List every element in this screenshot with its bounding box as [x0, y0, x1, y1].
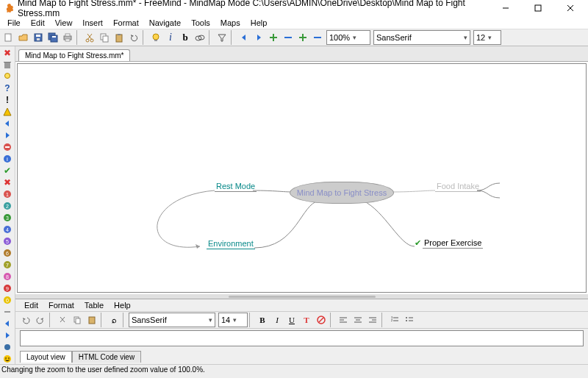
svg-point-63	[8, 357, 10, 359]
prio2-icon[interactable]: 2	[1, 201, 13, 211]
align-left-button[interactable]	[336, 313, 351, 327]
minimize-button[interactable]	[492, 1, 519, 15]
zoom-out-icon[interactable]	[310, 30, 325, 45]
node-environment[interactable]: Environment	[207, 239, 255, 248]
align-center-button[interactable]	[351, 313, 365, 327]
app-icon	[4, 3, 15, 13]
back-icon[interactable]	[1, 118, 13, 129]
star-icon[interactable]	[1, 342, 13, 352]
editor-paste-icon[interactable]	[85, 313, 99, 327]
right-blue-icon[interactable]	[1, 330, 13, 341]
prio9-icon[interactable]: 9	[1, 283, 13, 293]
ok-icon[interactable]: ✔	[1, 165, 13, 176]
menu-help[interactable]: Help	[246, 18, 272, 28]
list-bullet-button[interactable]	[402, 313, 417, 327]
menu-format[interactable]: Format	[109, 18, 143, 28]
help-icon[interactable]: ?	[1, 83, 13, 93]
print-icon[interactable]	[60, 30, 75, 45]
mindmap-canvas[interactable]: Mind Map to Fight Stress Rest Mode Envir…	[17, 63, 587, 293]
node-food-intake[interactable]: Food Intake	[435, 182, 481, 190]
menu-maps[interactable]: Maps	[216, 18, 245, 28]
tab-document[interactable]: Mind Map to Fight Stress.mm*	[18, 49, 130, 61]
prio7-icon[interactable]: 7	[1, 260, 13, 270]
smiley-icon[interactable]	[1, 354, 13, 364]
zoom-in-icon[interactable]	[295, 30, 310, 45]
menu-edit[interactable]: Edit	[26, 18, 49, 28]
menu-file[interactable]: File	[3, 18, 25, 28]
list-ordered-button[interactable]: 12	[387, 313, 402, 327]
svg-point-22	[153, 34, 159, 40]
prio3-icon[interactable]: 3	[1, 213, 13, 223]
remove-icon[interactable]: ✖	[1, 48, 13, 58]
prio5-icon[interactable]: 5	[1, 236, 13, 246]
prio4-icon[interactable]: 4	[1, 224, 13, 235]
cut-icon[interactable]	[82, 30, 97, 45]
prio1-icon[interactable]: 1	[1, 189, 13, 199]
nav-right-icon[interactable]	[251, 30, 266, 45]
editor-menu-edit[interactable]: Edit	[20, 300, 43, 310]
cloud-icon[interactable]	[193, 30, 207, 45]
prio6-icon[interactable]: 6	[1, 248, 13, 258]
forward-icon[interactable]	[1, 130, 13, 140]
editor-menu-format[interactable]: Format	[44, 300, 79, 310]
flag-icon[interactable]	[1, 307, 13, 317]
editor-find-icon[interactable]: ⌕	[107, 313, 121, 327]
fontsize-combo[interactable]: 12▾	[473, 30, 501, 45]
editor-copy-icon[interactable]	[70, 313, 85, 327]
textcolor-button[interactable]: T	[299, 313, 314, 327]
align-right-button[interactable]	[365, 313, 380, 327]
bold-button[interactable]: B	[255, 313, 270, 327]
clearformat-button[interactable]	[314, 313, 329, 327]
open-icon[interactable]	[16, 30, 31, 45]
copy-icon[interactable]	[97, 30, 112, 45]
editor-redo-icon[interactable]	[33, 313, 48, 327]
italic-button[interactable]: I	[270, 313, 284, 327]
underline-button[interactable]: U	[284, 313, 299, 327]
menu-tools[interactable]: Tools	[187, 18, 215, 28]
paste-icon[interactable]	[112, 30, 126, 45]
svg-rect-32	[4, 63, 10, 68]
expand-icon[interactable]	[266, 30, 281, 45]
save-icon[interactable]	[31, 30, 46, 45]
node-proper-exercise[interactable]: ✔Proper Exercise	[415, 238, 483, 248]
trash-icon[interactable]	[1, 60, 13, 70]
zoom-combo[interactable]: 100%▾	[326, 30, 370, 45]
editor-menu-table[interactable]: Table	[80, 300, 108, 310]
maximize-button[interactable]	[525, 1, 551, 15]
warning-icon[interactable]	[1, 107, 13, 117]
menu-navigate[interactable]: Navigate	[145, 18, 185, 28]
prio0-icon[interactable]: 0	[1, 295, 13, 305]
bold-icon[interactable]: b	[178, 30, 193, 45]
font-value: SansSerif	[376, 33, 412, 42]
editor-undo-icon[interactable]	[18, 313, 33, 327]
editor-cut-icon[interactable]	[55, 313, 70, 327]
menu-view[interactable]: View	[51, 18, 77, 28]
filter-icon[interactable]	[215, 30, 229, 45]
editor-menu-help[interactable]: Help	[110, 300, 135, 310]
new-icon[interactable]	[1, 30, 16, 45]
important-icon[interactable]: !	[1, 95, 13, 105]
node-center[interactable]: Mind Map to Fight Stress	[290, 182, 394, 204]
menu-insert[interactable]: Insert	[78, 18, 107, 28]
note-editor: Edit Format Table Help ⌕ SansSerif▾ 14▾ …	[15, 299, 588, 364]
idea-icon[interactable]	[1, 71, 13, 82]
undo-icon[interactable]	[126, 30, 141, 45]
italic-icon[interactable]: i	[163, 30, 178, 45]
info-icon[interactable]: i	[1, 154, 13, 164]
bulb-icon[interactable]	[148, 30, 163, 45]
saveall-icon[interactable]	[46, 30, 60, 45]
stop-icon[interactable]	[1, 142, 13, 152]
font-combo[interactable]: SansSerif▾	[373, 30, 470, 45]
tab-layout-view[interactable]: Layout view	[20, 351, 72, 363]
tab-html-view[interactable]: HTML Code view	[72, 351, 141, 363]
nav-left-icon[interactable]	[237, 30, 251, 45]
editor-font-combo[interactable]: SansSerif▾	[129, 313, 215, 327]
editor-textarea[interactable]	[20, 330, 584, 346]
left-blue-icon[interactable]	[1, 318, 13, 329]
prio8-icon[interactable]: 8	[1, 271, 13, 282]
node-rest-mode[interactable]: Rest Mode	[215, 182, 257, 190]
editor-size-combo[interactable]: 14▾	[218, 313, 248, 327]
collapse-icon[interactable]	[281, 30, 295, 45]
close-button[interactable]	[557, 1, 584, 15]
no-icon[interactable]: ✖	[1, 177, 13, 188]
